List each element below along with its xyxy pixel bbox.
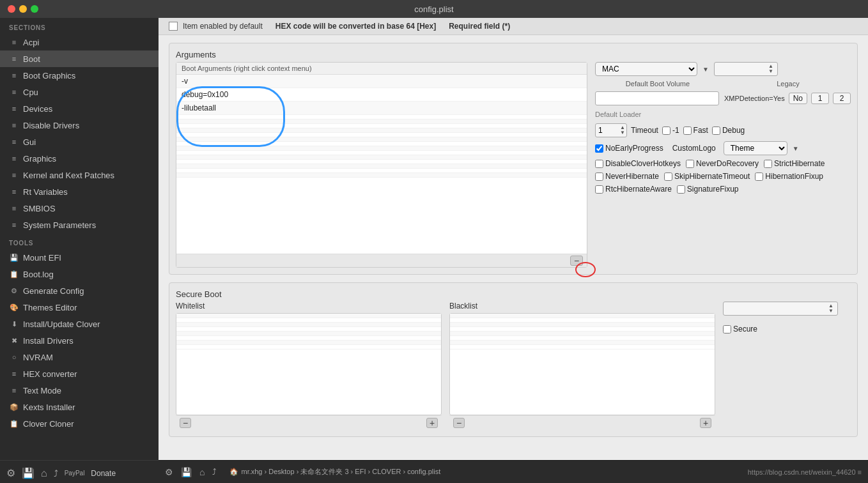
disable-hotkeys-checkbox[interactable] xyxy=(595,160,603,168)
sidebar-item-install-drivers[interactable]: ✖ Install Drivers xyxy=(0,332,159,349)
signature-fixup-label[interactable]: SignatureFixup xyxy=(677,185,739,194)
list-row xyxy=(450,336,715,341)
sidebar-item-acpi[interactable]: ≡ Acpi xyxy=(0,34,159,50)
rtc-hibernate-label[interactable]: RtcHibernateAware xyxy=(595,185,672,194)
sidebar-item-boot-graphics[interactable]: ≡ Boot Graphics xyxy=(0,67,159,84)
sidebar-item-gui[interactable]: ≡ Gui xyxy=(0,134,159,150)
skip-hibernate-timeout-label[interactable]: SkipHibernateTimeout xyxy=(664,172,750,181)
debug-checkbox[interactable] xyxy=(712,126,720,135)
share-icon-bottom[interactable]: ⤴ xyxy=(212,467,217,477)
hibernation-fixup-label[interactable]: HibernationFixup xyxy=(755,172,823,181)
window-controls[interactable] xyxy=(8,5,38,13)
xmp-no[interactable]: No xyxy=(789,93,807,104)
strict-hibernate-label[interactable]: StrictHibernate xyxy=(764,159,825,168)
boot-arg-row xyxy=(176,115,587,119)
close-button[interactable] xyxy=(8,5,15,13)
rtc-hibernate-checkbox[interactable] xyxy=(595,185,603,194)
blacklist-add-button[interactable]: + xyxy=(700,418,711,428)
sidebar-item-label: Acpi xyxy=(23,38,39,47)
tools-label: TOOLs xyxy=(0,233,159,249)
gear-icon: ⚙ xyxy=(9,286,19,296)
sidebar-item-kexts-installer[interactable]: 📦 Kexts Installer xyxy=(0,399,159,415)
settings-icon-bottom[interactable]: ⚙ xyxy=(165,467,173,477)
home-icon[interactable]: ⌂ xyxy=(41,468,47,479)
noearlyp-checkbox[interactable] xyxy=(595,144,603,153)
sidebar-item-boot-log[interactable]: 📋 Boot.log xyxy=(0,266,159,282)
list-row xyxy=(176,345,441,349)
list-row xyxy=(450,318,715,323)
whitelist-add-button[interactable]: + xyxy=(426,418,438,428)
xmp-2[interactable]: 2 xyxy=(833,93,851,104)
xmp-1[interactable]: 1 xyxy=(811,93,829,104)
secure-checkbox[interactable] xyxy=(723,325,731,334)
sidebar-item-kernel-kext[interactable]: ≡ Kernel and Kext Patches xyxy=(0,167,159,183)
noearlyp-label[interactable]: NoEarlyProgress xyxy=(595,144,663,153)
sidebar-item-smbios[interactable]: ≡ SMBIOS xyxy=(0,200,159,217)
hex-icon: ≡ xyxy=(9,369,19,379)
sidebar-item-generate-config[interactable]: ⚙ Generate Config xyxy=(0,282,159,299)
boot-arg-row[interactable]: debug=0x100 xyxy=(176,88,587,102)
remove-arg-button[interactable]: − xyxy=(570,256,583,266)
sidebar-item-system-parameters[interactable]: ≡ System Parameters xyxy=(0,217,159,233)
save-icon-bottom[interactable]: 💾 xyxy=(181,467,192,477)
default-loader-label: Default Loader xyxy=(595,109,641,119)
mac-select[interactable]: MAC xyxy=(595,62,697,76)
sidebar-item-label: Devices xyxy=(23,104,52,114)
sidebar-item-devices[interactable]: ≡ Devices xyxy=(0,100,159,117)
sidebar-item-hex-converter[interactable]: ≡ HEX converter xyxy=(0,365,159,382)
sidebar-item-rt-variables[interactable]: ≡ Rt Variables xyxy=(0,183,159,200)
sidebar-item-text-mode[interactable]: ≡ Text Mode xyxy=(0,382,159,399)
timeout-stepper[interactable]: ▲▼ xyxy=(620,125,626,135)
disable-hotkeys-label[interactable]: DisableCloverHotkeys xyxy=(595,159,681,168)
default-boot-volume-input[interactable] xyxy=(595,91,719,105)
sidebar-item-label: Install/Update Clover xyxy=(23,319,100,329)
fast-checkbox[interactable] xyxy=(683,126,692,135)
signature-fixup-checkbox[interactable] xyxy=(677,185,685,194)
whitelist-remove-button[interactable]: − xyxy=(180,418,191,428)
strict-hibernate-checkbox[interactable] xyxy=(764,160,772,168)
hibernation-fixup-checkbox[interactable] xyxy=(755,172,763,181)
debug-checkbox-label[interactable]: Debug xyxy=(712,126,745,135)
neg1-checkbox-label[interactable]: -1 xyxy=(662,126,679,135)
skip-hibernate-timeout-checkbox[interactable] xyxy=(664,172,672,181)
sidebar-item-boot[interactable]: ≡ Boot xyxy=(0,50,159,67)
sidebar: SECTIONS ≡ Acpi ≡ Boot ≡ Boot Graphics ≡… xyxy=(0,18,159,483)
sidebar-item-mount-efi[interactable]: 💾 Mount EFI xyxy=(0,249,159,266)
neg1-checkbox[interactable] xyxy=(662,126,670,135)
breadcrumb-text: mr.xhg › Desktop › 未命名文件夹 3 › EFI › CLOV… xyxy=(241,467,440,477)
sidebar-item-clover-cloner[interactable]: 📋 Clover Cloner xyxy=(0,415,159,432)
home-icon-bottom[interactable]: ⌂ xyxy=(199,467,205,477)
fast-checkbox-label[interactable]: Fast xyxy=(683,126,708,135)
never-hibernate-checkbox[interactable] xyxy=(595,172,603,181)
sidebar-item-themes-editor[interactable]: 🎨 Themes Editor xyxy=(0,299,159,316)
noearlyp-row: NoEarlyProgress CustomLogo Theme ▼ xyxy=(595,141,851,155)
boot-arg-row xyxy=(176,137,587,142)
boot-arg-row xyxy=(176,124,587,128)
save-icon[interactable]: 💾 xyxy=(22,467,35,479)
sidebar-item-graphics[interactable]: ≡ Graphics xyxy=(0,150,159,167)
share-icon[interactable]: ⤴ xyxy=(54,468,58,479)
sidebar-item-disable-drivers[interactable]: ≡ Disable Drivers xyxy=(0,117,159,134)
theme-select[interactable]: Theme xyxy=(724,141,787,155)
statusbar-url: https://blog.csdn.net/weixin_44620 ≡ xyxy=(748,468,862,476)
sections-label: SECTIONS xyxy=(0,18,159,34)
boot-args-header[interactable]: Boot Arguments (right click context menu… xyxy=(176,63,587,75)
sidebar-item-nvram[interactable]: ○ NVRAM xyxy=(0,349,159,365)
sidebar-item-label: HEX converter xyxy=(23,369,77,379)
stepper-arrows[interactable]: ▲▼ xyxy=(768,64,773,74)
never-do-recovery-checkbox[interactable] xyxy=(686,160,694,168)
settings-icon[interactable]: ⚙ xyxy=(6,467,15,479)
never-hibernate-label[interactable]: NeverHibernate xyxy=(595,172,659,181)
boot-arg-row[interactable]: -v xyxy=(176,75,587,88)
never-do-recovery-label[interactable]: NeverDoRecovery xyxy=(686,159,759,168)
boot-arg-row xyxy=(176,164,587,169)
secure-stepper[interactable]: ▲▼ xyxy=(828,303,833,314)
boot-arg-row[interactable]: -lilubetaall xyxy=(176,102,587,115)
sidebar-item-cpu[interactable]: ≡ Cpu xyxy=(0,84,159,100)
minimize-button[interactable] xyxy=(19,5,27,13)
sidebar-item-install-update[interactable]: ⬇ Install/Update Clover xyxy=(0,316,159,332)
secure-checkbox-label[interactable]: Secure xyxy=(723,325,851,334)
donate-label[interactable]: Donate xyxy=(91,469,116,478)
blacklist-remove-button[interactable]: − xyxy=(453,418,465,428)
maximize-button[interactable] xyxy=(31,5,38,13)
